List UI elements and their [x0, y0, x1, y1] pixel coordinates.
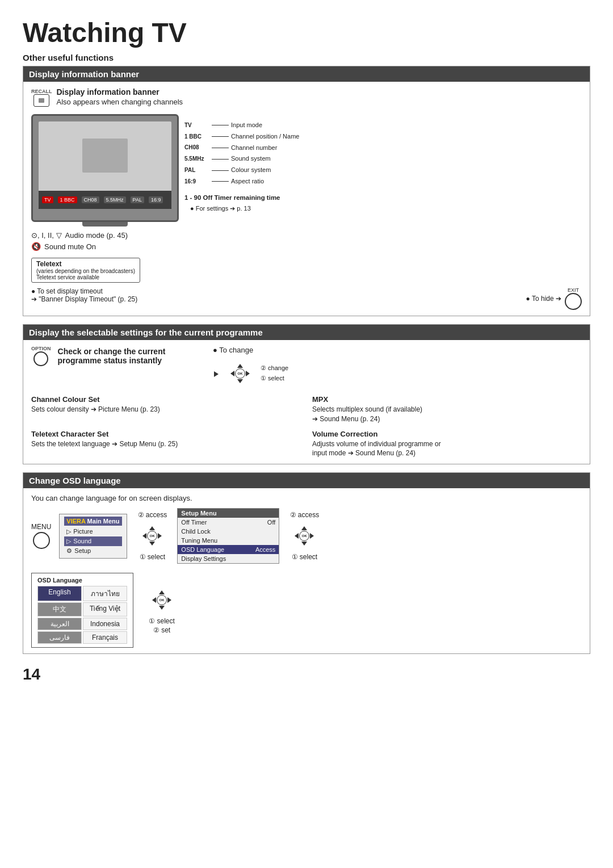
nav2-left[interactable] [288, 531, 299, 541]
dpad-right[interactable] [246, 368, 256, 379]
mpx-desc1: Selects multiplex sound (if available) [312, 405, 582, 414]
tv-label-row-169: 16:9 Aspect ratio [184, 176, 299, 187]
lang-item-indonesian[interactable]: Indonesia [83, 618, 127, 630]
dib-left-col: RECALL Display information banner Also a… [31, 87, 582, 283]
dash-169 [212, 181, 229, 182]
volume-correction-desc2: input mode ➔ Sound Menu (p. 24) [312, 448, 582, 458]
nav-control-3: OK ① select ② set [145, 584, 179, 634]
nav3-right[interactable] [167, 595, 178, 605]
selectable-settings-section: Display the selectable settings for the … [23, 324, 590, 464]
nav-dpad-3: OK [146, 584, 178, 616]
nav1-right[interactable] [158, 531, 168, 541]
lang-item-farsi[interactable]: فارسى [37, 631, 82, 644]
teletext-note1: (varies depending on the broadcasters) [36, 268, 135, 274]
step2-select-label: ① select [292, 553, 318, 561]
nav2-center[interactable]: OK [299, 531, 309, 541]
teletext-title: Teletext [36, 260, 135, 268]
mute-icon: 🔇 [31, 242, 41, 251]
osd-lang-box: OSD Language English ภาษาไทย 中文 Tiếng Vi… [31, 573, 133, 648]
step2-access-label: ② access [290, 511, 320, 519]
audio-mode-row: ⊙, I, II, ▽ Audio mode (p. 45) [31, 231, 582, 240]
tv-thumbnail [82, 139, 128, 173]
nav3-center[interactable]: OK [157, 595, 167, 605]
nav1-down[interactable] [147, 542, 157, 552]
change-osd-header: Change OSD language [23, 473, 590, 488]
selectable-settings-content: OPTION Check or change the current progr… [23, 340, 590, 464]
tv-right-labels: TV Input mode 1 BBC Channel position / N… [184, 114, 299, 215]
setup-item-offtimer: Off TimerOff [178, 518, 279, 527]
tv-screen-inner: TV 1 BBC CH08 5.5MHz PAL 16:9 [39, 121, 171, 209]
tv-key-bbc: 1 BBC [184, 132, 209, 142]
option-label: OPTION [31, 346, 51, 351]
change-osd-content: You can change language for on screen di… [23, 488, 590, 653]
exit-label: EXIT [568, 287, 579, 293]
prog-heading2: programme status instantly [58, 356, 166, 365]
nav-dpad-1: OK [136, 520, 168, 552]
nav1-left[interactable] [136, 531, 146, 541]
channel-colour-set-section: Channel Colour Set Sets colour density ➔… [31, 395, 301, 424]
dib-bottom-left: ● To set display timeout ➔ "Banner Displ… [31, 287, 137, 303]
teletext-char-section: Teletext Character Set Sets the teletext… [31, 430, 301, 459]
mpx-desc2: ➔ Sound Menu (p. 24) [312, 414, 582, 424]
tv-val-bbc: Channel position / Name [231, 131, 299, 142]
dpad-up[interactable] [235, 358, 245, 368]
nav3-up[interactable] [157, 584, 167, 594]
nav3-left[interactable] [146, 595, 156, 605]
tv-banner-169: 16:9 [149, 196, 163, 203]
nav2-down[interactable] [299, 542, 309, 552]
dash-ch08 [212, 148, 229, 148]
step1-access-label: ② access [138, 511, 167, 519]
dpad-center[interactable]: OK [235, 368, 245, 379]
setup-item-osd: OSD LanguageAccess [178, 545, 279, 554]
to-change-label: ● To change [213, 346, 582, 354]
osd-nav-row1: MENU VIERA Main Menu ▷ Picture ▷ Sound ⚙… [31, 508, 582, 564]
exit-button[interactable] [565, 293, 582, 310]
setup-item-display: Display Settings [178, 554, 279, 563]
dpad-left[interactable] [224, 368, 234, 379]
change-label: ② change [261, 363, 288, 374]
menu-button-label: MENU [31, 523, 51, 531]
lang-item-thai[interactable]: ภาษาไทย [83, 586, 127, 601]
off-timer-label: 1 - 90 Off Timer remaining time [184, 192, 299, 204]
teletext-note2: Teletext service available [36, 274, 135, 280]
nav2-right[interactable] [310, 531, 320, 541]
mpx-section: MPX Selects multiplex sound (if availabl… [312, 395, 582, 424]
tv-banner-pal: PAL [131, 196, 144, 203]
lang-item-french[interactable]: Français [83, 631, 127, 644]
dpad-arrow-right-icon [213, 369, 220, 378]
menu-item-sound: ▷ Sound [64, 536, 122, 546]
change-osd-section: Change OSD language You can change langu… [23, 472, 590, 654]
menu-item-setup: ⚙ Setup [64, 546, 122, 556]
menu-button[interactable] [33, 532, 50, 549]
page-number: 14 [23, 665, 40, 683]
osd-description: You can change language for on screen di… [31, 494, 582, 502]
tv-val-tv: Input mode [231, 120, 262, 131]
tv-banner-mhz: 5.5MHz [104, 196, 126, 203]
dib-heading-text: Display information banner Also appears … [57, 87, 183, 111]
tv-label-row-tv: TV Input mode [184, 120, 299, 131]
tv-val-mhz: Sound system [231, 153, 271, 165]
display-info-banner-header: Display information banner [23, 66, 590, 82]
lang-item-english[interactable]: English [37, 586, 82, 601]
dib-also-appears: Also appears when changing channels [57, 98, 183, 106]
nav1-up[interactable] [147, 520, 157, 530]
dib-bottom-row: ● To set display timeout ➔ "Banner Displ… [31, 287, 582, 310]
sound-mute-text: Sound mute On [44, 242, 96, 251]
channel-colour-set-desc: Sets colour density ➔ Picture Menu (p. 2… [31, 405, 301, 414]
tv-label-row-mhz: 5.5MHz Sound system [184, 153, 299, 165]
bold-arrow-1 [214, 371, 219, 377]
nav2-up[interactable] [299, 520, 309, 530]
dpad-down[interactable] [235, 379, 245, 389]
lang-item-chinese[interactable]: 中文 [37, 602, 82, 617]
nav1-center[interactable]: OK [147, 531, 157, 541]
option-button[interactable] [33, 351, 48, 366]
setup-menu-mockup: Setup Menu Off TimerOff Child Lock Tunin… [177, 508, 279, 564]
prog-left: OPTION Check or change the current progr… [31, 346, 201, 389]
lang-item-arabic[interactable]: العربية [37, 618, 82, 630]
prog-details-grid: Channel Colour Set Sets colour density ➔… [31, 395, 582, 458]
recall-button-icon [33, 94, 49, 107]
nav3-down[interactable] [157, 606, 167, 616]
option-label-group: OPTION [31, 346, 51, 366]
main-menu-mockup: VIERA Main Menu ▷ Picture ▷ Sound ⚙ Setu… [59, 514, 127, 559]
lang-item-vietnamese[interactable]: Tiếng Việt [83, 602, 127, 617]
